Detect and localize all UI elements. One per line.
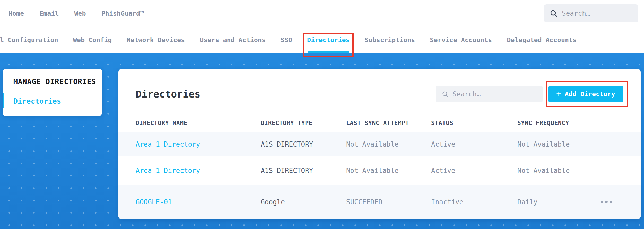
page-title: Directories [136,89,201,100]
sidebar-active-indicator [3,93,4,108]
table-row: GOOGLE-01 Google SUCCEEDED Inactive Dail… [118,185,641,219]
tab-network-devices[interactable]: Network Devices [127,27,185,53]
tab-sso[interactable]: SSO [281,27,292,53]
sync-frequency-cell: Not Available [517,140,589,148]
nav-item-home[interactable]: Home [8,10,24,17]
global-search-input[interactable]: Search… [544,4,638,22]
top-navigation-bar: Home Email Web PhishGuard™ Search… [0,0,644,27]
tab-email-configuration[interactable]: l Configuration [0,27,58,53]
add-directory-button-label: Add Directory [565,90,615,98]
directory-name-link[interactable]: Area 1 Directory [136,167,261,174]
global-search-placeholder: Search… [562,10,590,17]
add-directory-button-wrapper: + Add Directory [548,86,623,102]
active-tab-underline [308,51,349,53]
column-header-status: STATUS [431,120,517,126]
sync-frequency-cell: Not Available [517,167,589,174]
tab-subscriptions[interactable]: Subscriptions [365,27,415,53]
sync-frequency-cell: Daily [517,198,589,206]
nav-item-web[interactable]: Web [74,10,86,17]
directory-type-cell: A1S_DIRECTORY [261,140,346,148]
column-header-directory-type: DIRECTORY TYPE [261,120,346,126]
page-background: MANAGE DIRECTORIES Directories Directori… [0,53,644,229]
directories-search-placeholder: Search… [452,90,481,98]
sidebar-panel-title: MANAGE DIRECTORIES [13,77,102,86]
nav-item-email[interactable]: Email [39,10,59,17]
manage-directories-panel: MANAGE DIRECTORIES Directories [3,69,102,116]
last-sync-cell: SUCCEEDED [346,198,431,206]
table-row: Area 1 Directory A1S_DIRECTORY Not Avail… [118,132,641,156]
card-controls: Search… + Add Directory [436,86,623,102]
last-sync-cell: Not Available [346,167,431,174]
tab-web-config[interactable]: Web Config [73,27,112,53]
status-cell: Active [431,140,517,148]
nav-item-phishguard[interactable]: PhishGuard™ [101,10,144,17]
column-header-directory-name: DIRECTORY NAME [136,120,261,126]
column-header-last-sync: LAST SYNC ATTEMPT [346,120,431,126]
directory-name-link[interactable]: Area 1 Directory [136,140,261,148]
status-cell: Inactive [431,198,517,206]
add-directory-button[interactable]: + Add Directory [548,86,623,102]
settings-tab-bar: l Configuration Web Config Network Devic… [0,27,644,53]
directory-type-cell: A1S_DIRECTORY [261,167,346,174]
directories-search-input[interactable]: Search… [436,86,543,102]
search-icon [442,91,449,98]
tab-directories-label: Directories [307,36,350,44]
tab-directories[interactable]: Directories [307,27,350,53]
plus-icon: + [556,90,561,98]
sidebar-item-directories[interactable]: Directories [13,97,102,106]
directories-card: Directories Search… + Add Directory [118,69,641,219]
tab-users-and-actions[interactable]: Users and Actions [200,27,266,53]
tab-service-accounts[interactable]: Service Accounts [430,27,492,53]
tab-delegated-accounts[interactable]: Delegated Accounts [507,27,577,53]
directory-type-cell: Google [261,198,346,206]
directory-name-link[interactable]: GOOGLE-01 [136,198,261,206]
search-icon [550,9,558,17]
column-header-sync-frequency: SYNC FREQUENCY [517,120,589,126]
row-actions-menu-icon[interactable] [589,201,623,203]
directories-card-header: Directories Search… + Add Directory [136,82,623,106]
table-header-row: DIRECTORY NAME DIRECTORY TYPE LAST SYNC … [118,114,641,132]
last-sync-cell: Not Available [346,140,431,148]
table-row: Area 1 Directory A1S_DIRECTORY Not Avail… [118,156,641,185]
status-cell: Active [431,167,517,174]
